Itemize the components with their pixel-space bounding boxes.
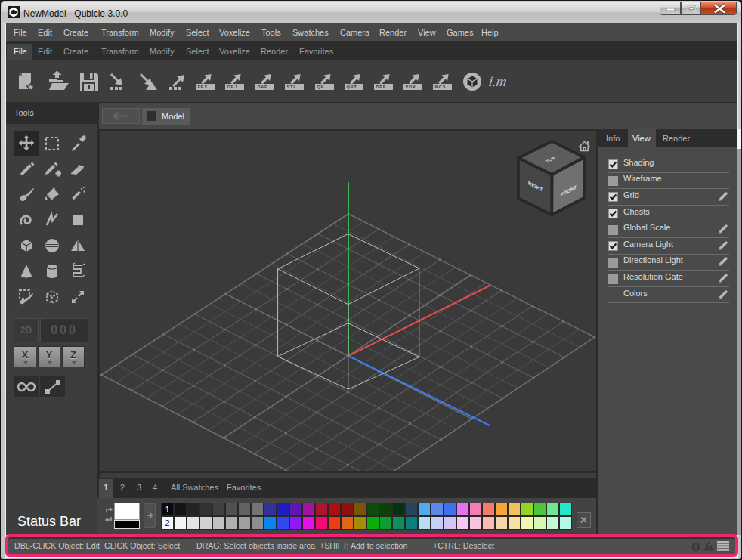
svg-text:FBX: FBX [197, 85, 208, 89]
svg-text:QBT: QBT [346, 85, 357, 89]
svg-text:QB: QB [317, 85, 324, 89]
svg-text:VOX: VOX [405, 85, 416, 89]
svg-text:DAE: DAE [257, 85, 267, 89]
svg-text:STL: STL [286, 85, 296, 89]
svg-text:MCS: MCS [434, 85, 446, 89]
svg-text:i.m: i.m [489, 73, 508, 89]
svg-text:OBJ: OBJ [227, 85, 237, 89]
svg-text:DEF: DEF [376, 85, 386, 89]
